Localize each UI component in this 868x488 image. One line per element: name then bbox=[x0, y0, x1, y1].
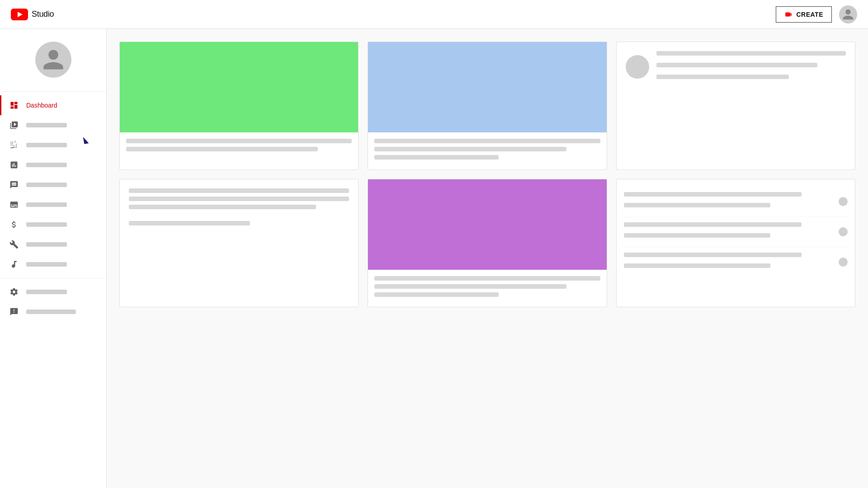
placeholder-line bbox=[374, 284, 566, 289]
studio-label: Studio bbox=[32, 9, 54, 19]
customization-icon bbox=[9, 239, 19, 249]
list-item bbox=[624, 247, 848, 277]
sidebar-item-content[interactable] bbox=[0, 115, 106, 135]
header-right: CREATE bbox=[776, 5, 857, 23]
list-item-lines bbox=[624, 253, 833, 272]
placeholder-line bbox=[374, 139, 600, 143]
create-video-icon bbox=[784, 10, 793, 19]
settings-icon bbox=[9, 287, 19, 297]
content-icon bbox=[9, 120, 19, 130]
placeholder-line bbox=[656, 51, 846, 56]
sidebar-user-icon bbox=[41, 47, 66, 72]
sidebar-dashboard-label: Dashboard bbox=[26, 102, 57, 109]
placeholder-line bbox=[374, 292, 499, 297]
card-body-green bbox=[120, 132, 358, 161]
user-avatar-header[interactable] bbox=[839, 5, 857, 23]
sidebar-item-feedback[interactable] bbox=[0, 302, 106, 322]
card-right-top bbox=[616, 42, 855, 170]
profile-avatar bbox=[626, 55, 649, 79]
comments-label-placeholder bbox=[26, 183, 67, 187]
list-item-lines bbox=[624, 192, 833, 211]
placeholder-line bbox=[126, 139, 352, 143]
list-item bbox=[624, 217, 848, 247]
youtube-logo[interactable]: Studio bbox=[11, 9, 54, 20]
list-item-circle bbox=[839, 197, 848, 206]
card-list bbox=[617, 179, 855, 284]
feedback-label-placeholder bbox=[26, 310, 76, 314]
main-content bbox=[107, 29, 868, 488]
analytics-label-placeholder bbox=[26, 163, 67, 167]
placeholder-line bbox=[374, 155, 499, 160]
sidebar-item-comments[interactable] bbox=[0, 175, 106, 195]
sidebar-profile bbox=[0, 29, 106, 92]
card-text-only bbox=[119, 179, 359, 307]
placeholder-line bbox=[374, 147, 566, 151]
placeholder-line bbox=[656, 63, 817, 67]
profile-lines bbox=[656, 51, 846, 83]
placeholder-line bbox=[624, 222, 802, 227]
sidebar-item-audio[interactable] bbox=[0, 254, 106, 274]
sidebar-item-subtitles[interactable] bbox=[0, 195, 106, 215]
sidebar-item-playlists[interactable] bbox=[0, 135, 106, 155]
subtitles-icon bbox=[9, 200, 19, 210]
placeholder-line bbox=[126, 147, 318, 151]
sidebar-item-customization[interactable] bbox=[0, 235, 106, 254]
list-item-lines bbox=[624, 222, 833, 241]
placeholder-line bbox=[374, 276, 600, 281]
earn-label-placeholder bbox=[26, 222, 67, 227]
card-body-text bbox=[120, 179, 358, 238]
placeholder-line bbox=[656, 75, 789, 79]
audio-label-placeholder bbox=[26, 262, 67, 267]
sidebar-avatar bbox=[35, 42, 71, 78]
sidebar-item-earn[interactable] bbox=[0, 215, 106, 235]
header: Studio CREATE bbox=[0, 0, 868, 29]
placeholder-line bbox=[129, 221, 250, 225]
card-body-purple bbox=[368, 270, 606, 307]
card-profile bbox=[617, 42, 855, 92]
placeholder-line bbox=[624, 263, 770, 268]
sidebar-item-settings[interactable] bbox=[0, 282, 106, 302]
create-button[interactable]: CREATE bbox=[776, 6, 832, 23]
user-icon-header bbox=[842, 8, 854, 21]
placeholder-line bbox=[624, 233, 770, 238]
earn-icon bbox=[9, 220, 19, 230]
subtitles-label-placeholder bbox=[26, 202, 67, 207]
customization-label-placeholder bbox=[26, 242, 67, 247]
comments-icon bbox=[9, 180, 19, 190]
placeholder-line bbox=[624, 203, 770, 207]
list-item-circle bbox=[839, 258, 848, 267]
placeholder-line bbox=[624, 253, 802, 257]
settings-label-placeholder bbox=[26, 290, 67, 294]
card-purple-thumbnail bbox=[368, 179, 607, 307]
thumbnail-green bbox=[120, 42, 358, 132]
dashboard-icon bbox=[9, 100, 19, 110]
sidebar-item-analytics[interactable] bbox=[0, 155, 106, 175]
header-left: Studio bbox=[11, 9, 54, 20]
placeholder-line bbox=[129, 188, 349, 193]
create-label: CREATE bbox=[796, 11, 823, 18]
analytics-icon bbox=[9, 160, 19, 170]
feedback-icon bbox=[9, 307, 19, 317]
sidebar-item-dashboard[interactable]: Dashboard bbox=[0, 95, 106, 115]
playlists-label-placeholder bbox=[26, 143, 67, 147]
placeholder-line bbox=[624, 192, 802, 197]
thumbnail-purple bbox=[368, 179, 606, 270]
content-label-placeholder bbox=[26, 123, 67, 127]
card-blue-thumbnail bbox=[368, 42, 607, 170]
thumbnail-blue bbox=[368, 42, 606, 132]
audio-icon bbox=[9, 259, 19, 269]
card-green-thumbnail bbox=[119, 42, 359, 170]
main-layout: Dashboard bbox=[0, 29, 868, 488]
placeholder-line bbox=[129, 205, 316, 209]
sidebar-nav: Dashboard bbox=[0, 92, 106, 325]
list-item bbox=[624, 187, 848, 217]
list-item-circle bbox=[839, 227, 848, 236]
card-right-list bbox=[616, 179, 855, 307]
sidebar: Dashboard bbox=[0, 29, 107, 488]
placeholder-line bbox=[129, 197, 349, 201]
youtube-icon bbox=[11, 9, 28, 20]
sidebar-divider bbox=[0, 278, 106, 278]
card-body-blue bbox=[368, 132, 606, 169]
playlists-icon bbox=[9, 140, 19, 150]
